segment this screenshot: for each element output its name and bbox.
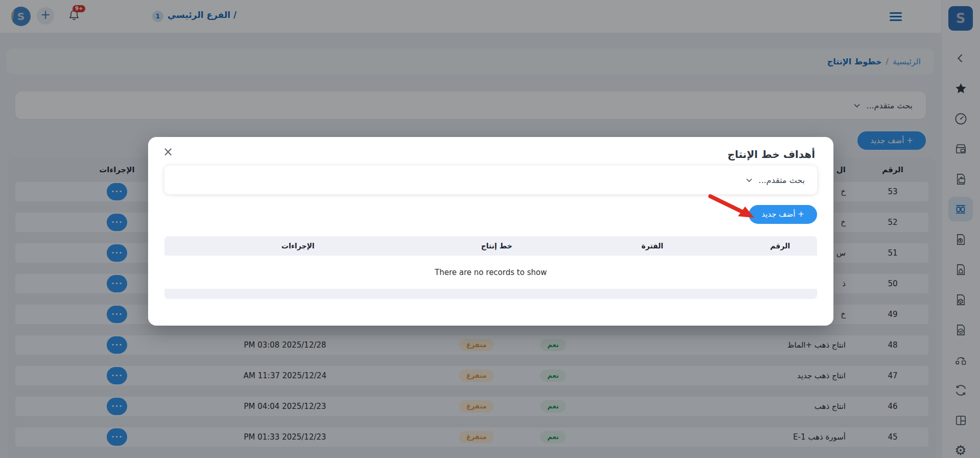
modal-header-cell: خط إنتاج [432,242,562,250]
modal-add-new-button[interactable]: + أضف جديد [749,205,817,224]
modal-goals-table: الرقمالفترةخط إنتاجالإجراءات There are n… [164,236,817,299]
close-icon[interactable]: × [161,145,175,158]
modal-header-cell: الفترة [562,242,743,250]
modal-advanced-search-label: بحث متقدم... [758,175,805,185]
modal-table-header-row: الرقمالفترةخط إنتاجالإجراءات [164,236,817,256]
modal-header-cell: الرقم [743,242,817,250]
tutorial-arrow-icon [707,192,758,224]
modal-header-cell: الإجراءات [164,242,432,250]
modal-advanced-search-toggle[interactable]: بحث متقدم... [164,166,817,194]
modal-table-footer [164,289,817,299]
production-line-goals-modal: × أهداف خط الإنتاج بحث متقدم... + أضف جد… [148,137,833,326]
modal-title: أهداف خط الإنتاج [728,148,815,161]
empty-state-message: There are no records to show [164,256,817,289]
chevron-down-icon [745,176,753,184]
